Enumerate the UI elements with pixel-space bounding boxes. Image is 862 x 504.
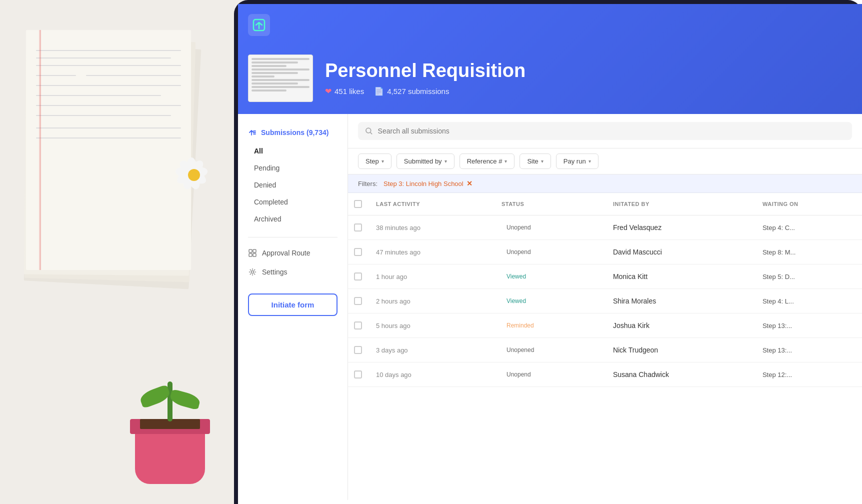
submissions-table: LAST ACTIVITY STATUS INITATED BY WAITING… [348,193,862,387]
cell-waiting-on: Step 5: D... [754,264,862,289]
sidebar-divider [248,237,338,238]
cell-initiated-by: Monica Kitt [605,264,754,289]
filters-label: Filters: [358,180,378,188]
cell-initiated-by: David Mascucci [605,240,754,264]
col-last-activity: LAST ACTIVITY [368,193,494,216]
table-row: 47 minutes ago Unopend David Mascucci St… [348,240,862,264]
approval-route-item[interactable]: Approval Route [238,244,348,262]
chevron-down-icon: ▾ [588,158,591,164]
search-bar [348,114,862,148]
document-icon: 📄 [374,86,384,96]
cell-status: Viewed [494,264,605,289]
gear-icon [248,268,257,276]
site-filter-btn[interactable]: Site ▾ [520,154,550,169]
col-initiated-by: INITATED BY [605,193,754,216]
settings-item[interactable]: Settings [238,262,348,282]
table-row: 1 hour ago Viewed Monica Kitt Step 5: D.… [348,264,862,289]
cell-initiated-by: Shira Morales [605,289,754,314]
cell-last-activity: 1 hour ago [368,264,494,289]
select-all-checkbox[interactable] [354,200,362,208]
filter-remove-btn[interactable]: ✕ [466,180,472,188]
search-icon [365,127,373,135]
cell-initiated-by: Fred Velasquez [605,216,754,240]
cell-last-activity: 10 days ago [368,362,494,387]
svg-rect-4 [253,254,256,256]
form-title: Personnel Requisition [325,60,526,82]
active-filter-tag: Step 3: Lincoln High School ✕ [384,180,472,188]
sidebar-nav-pending[interactable]: Pending [248,160,338,176]
cell-status: Unopend [494,216,605,240]
cell-status: Unopend [494,362,605,387]
svg-rect-3 [249,254,252,256]
cell-waiting-on: Step 4: L... [754,289,862,314]
step-filter-btn[interactable]: Step ▾ [358,154,392,169]
submitted-by-filter-btn[interactable]: Submitted by ▾ [396,154,454,169]
cell-status: Unopened [494,338,605,362]
initiate-form-button[interactable]: Initiate form [248,294,338,316]
cell-initiated-by: Nick Trudgeon [605,338,754,362]
app-logo[interactable] [248,14,270,36]
row-checkbox-3[interactable] [354,297,362,305]
heart-icon: ❤ [325,86,332,96]
cell-last-activity: 3 days ago [368,338,494,362]
cell-waiting-on: Step 13:... [754,338,862,362]
submissions-table-container: LAST ACTIVITY STATUS INITATED BY WAITING… [348,193,862,500]
reference-filter-btn[interactable]: Reference # ▾ [460,154,515,169]
hero-section: Personnel Requisition ❤ 451 likes 📄 4,52… [238,4,862,114]
cell-initiated-by: Joshua Kirk [605,314,754,338]
chevron-down-icon: ▾ [382,158,384,164]
submissions-meta: 📄 4,527 submissions [374,86,449,96]
grid-icon [248,248,257,258]
sidebar-nav-denied[interactable]: Denied [248,177,338,193]
content-area: Step ▾ Submitted by ▾ Reference # ▾ Site… [348,114,862,500]
table-row: 3 days ago Unopened Nick Trudgeon Step 1… [348,338,862,362]
cell-status: Viewed [494,289,605,314]
search-input[interactable] [378,127,845,135]
chevron-down-icon: ▾ [504,158,507,164]
table-row: 10 days ago Unopend Susana Chadwick Step… [348,362,862,387]
svg-rect-2 [253,250,256,252]
form-thumbnail [248,54,313,102]
sidebar-nav-archived[interactable]: Archived [248,211,338,227]
table-row: 38 minutes ago Unopend Fred Velasquez St… [348,216,862,240]
cell-waiting-on: Step 4: C... [754,216,862,240]
cell-waiting-on: Step 8: M... [754,240,862,264]
submissions-icon [248,128,257,137]
tablet-screen: Personnel Requisition ❤ 451 likes 📄 4,52… [238,4,862,504]
cell-last-activity: 2 hours ago [368,289,494,314]
row-checkbox-5[interactable] [354,346,362,354]
table-row: 2 hours ago Viewed Shira Morales Step 4:… [348,289,862,314]
row-checkbox-2[interactable] [354,272,362,280]
cell-last-activity: 5 hours ago [368,314,494,338]
row-checkbox-6[interactable] [354,370,362,378]
row-checkbox-0[interactable] [354,224,362,232]
row-checkbox-4[interactable] [354,322,362,330]
sidebar-nav-completed[interactable]: Completed [248,194,338,210]
cell-status: Reminded [494,314,605,338]
cell-waiting-on: Step 13:... [754,314,862,338]
cell-initiated-by: Susana Chadwick [605,362,754,387]
cell-waiting-on: Step 12:... [754,362,862,387]
svg-rect-1 [249,250,252,252]
filter-bar: Step ▾ Submitted by ▾ Reference # ▾ Site… [348,148,862,174]
chevron-down-icon: ▾ [444,158,447,164]
likes-meta: ❤ 451 likes [325,86,364,96]
sidebar-nav-all[interactable]: All [248,143,338,159]
row-checkbox-1[interactable] [354,248,362,256]
tablet-frame: Personnel Requisition ❤ 451 likes 📄 4,52… [234,0,862,504]
cell-last-activity: 38 minutes ago [368,216,494,240]
sidebar-nav: All Pending Denied Completed Archived [238,143,348,227]
col-waiting-on: WAITING ON [754,193,862,216]
table-row: 5 hours ago Reminded Joshua Kirk Step 13… [348,314,862,338]
svg-point-5 [252,271,254,274]
col-status: STATUS [494,193,605,216]
pay-run-filter-btn[interactable]: Pay run ▾ [556,154,598,169]
cell-status: Unopend [494,240,605,264]
sidebar: Submissions (9,734) All Pending Denied C… [238,114,348,500]
cell-last-activity: 47 minutes ago [368,240,494,264]
chevron-down-icon: ▾ [541,158,544,164]
active-filters: Filters: Step 3: Lincoln High School ✕ [348,174,862,193]
submissions-section[interactable]: Submissions (9,734) [238,124,348,143]
